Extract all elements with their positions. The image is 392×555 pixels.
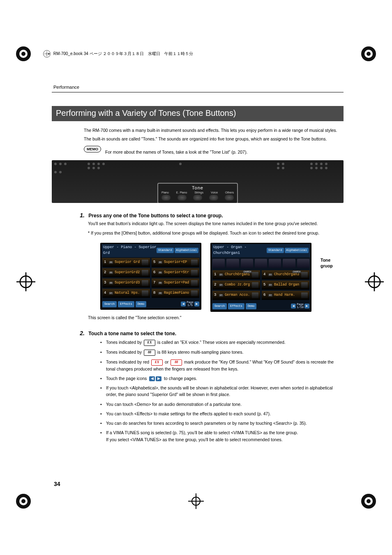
search-button[interactable]: Search [102, 301, 117, 307]
tone-button-label: Others [225, 191, 234, 194]
intro-paragraph-1: The RM-700 comes with a many built-in in… [84, 127, 344, 134]
step-heading: Touch a tone name to select the tone. [88, 331, 176, 336]
tone-item[interactable]: 788Superior+Pad [152, 279, 199, 288]
tone-category-icon[interactable] [226, 259, 239, 268]
88-badge-red-icon: 88 [171, 359, 182, 366]
tone-item[interactable]: 2EXCombo Jz.Org [212, 281, 260, 290]
tone-button[interactable] [209, 195, 218, 200]
tone-item[interactable]: 188Superior Grd [102, 258, 150, 267]
screens-caption: This screen is called the "Tone selectio… [88, 314, 344, 321]
step-number: 1. [76, 212, 85, 219]
tone-category-icon[interactable] [283, 259, 295, 268]
tone-item[interactable]: 588Superior+EP [152, 258, 199, 267]
tone-item[interactable]: 288SuperiorGrd2 [102, 268, 150, 277]
tone-group-label: Tone [161, 185, 234, 190]
crop-mark-icon [359, 44, 378, 63]
tone-item[interactable]: 5EXBallad Organ [262, 281, 309, 290]
hardware-panel-illustration: Tone Piano E. Piano Strings Voice Others [52, 160, 344, 203]
tone-item[interactable]: 688Superior+Str [152, 268, 199, 277]
page-prev-icon[interactable]: ◀ [291, 304, 296, 309]
tone-category-icon[interactable] [241, 259, 253, 268]
tone-item[interactable]: 888RagtimePiano [152, 289, 199, 298]
bullet-item: Tones indicated by EX is called an "EX v… [100, 339, 344, 346]
bullet-item: Touch the page icons ◀▶ to change pages. [100, 375, 344, 382]
sort-alphabetical-button[interactable]: Alphabetical [285, 248, 309, 253]
screen-title: Upper - Piano - Superior Grd [103, 245, 157, 256]
step-number: 2. [76, 330, 85, 336]
tone-category-icon[interactable] [297, 259, 309, 268]
tone-button[interactable] [161, 195, 171, 200]
effects-button[interactable]: Effects [118, 301, 134, 307]
tone-button-group: Tone Piano E. Piano Strings Voice Others [157, 183, 238, 203]
tone-selection-screen-organ: Upper - Organ - ChurchOrgan1 Standard Al… [210, 243, 311, 312]
tone-button-label: E. Piano [176, 191, 187, 194]
88-badge-icon: 88 [144, 350, 155, 356]
svg-point-11 [367, 499, 371, 503]
svg-point-2 [21, 52, 25, 56]
tone-item[interactable]: 6EXHand Harm. [262, 291, 309, 300]
tone-category-icon[interactable] [212, 259, 225, 268]
crop-mark-icon [14, 492, 33, 511]
bullet-item: You can do searches for tones according … [100, 420, 344, 426]
sort-standard-button[interactable]: Standard [267, 248, 284, 253]
page-next-icon[interactable]: ▶ [194, 302, 199, 306]
svg-point-5 [367, 52, 371, 56]
tone-button-label: Voice [211, 191, 218, 194]
crop-mark-icon [14, 44, 33, 63]
source-file-meta-text: RM-700_e.book 34 ページ ２００９年３月１８日 水曜日 午前１１… [53, 51, 194, 56]
page-number: 34 [54, 481, 60, 487]
tone-button[interactable] [193, 195, 202, 200]
demo-button[interactable]: Demo [136, 301, 147, 307]
tone-item[interactable]: 1EXChurchOrgan1CHURCH [212, 270, 260, 279]
page-arrows-icon: ◀▶ [149, 376, 161, 381]
tone-category-icon[interactable] [269, 259, 281, 268]
tone-item[interactable]: 3EXGerman Acco. [212, 291, 260, 300]
tone-category-icon[interactable] [255, 259, 267, 268]
tone-item[interactable]: 4EXNatural Hps. [102, 289, 150, 298]
tone-button-label: Strings [194, 191, 203, 194]
bullet-item: You can touch <Demo> for an audio demons… [100, 401, 344, 408]
page-indicator: Page 1/10 [297, 303, 304, 309]
step-text: You'll see that button's indicator light… [88, 220, 344, 227]
bullet-item: If you touch <Alphabetical>, the sounds … [100, 385, 344, 398]
ex-badge-red-icon: EX [151, 359, 163, 366]
demo-button[interactable]: Demo [246, 303, 257, 309]
crop-mark-icon [187, 492, 205, 511]
sort-standard-button[interactable]: Standard [157, 248, 174, 253]
framemaker-icon [43, 50, 51, 58]
intro-paragraph-2: The built-in sounds are called "Tones." … [84, 136, 344, 143]
tone-item[interactable]: 4EXChurchOrgan3CHURCH [262, 270, 309, 279]
tone-button[interactable] [225, 195, 234, 200]
memo-badge: MEMO [84, 146, 101, 152]
bullet-item: You can touch <Effects> to make settings… [100, 410, 344, 417]
crop-mark-icon [359, 492, 378, 511]
svg-point-8 [21, 499, 25, 503]
ex-badge-icon: EX [144, 340, 155, 346]
bullet-item: Tones indicated by red EX or 88 mark pro… [100, 359, 344, 372]
running-head: Performance [53, 85, 79, 90]
page-next-icon[interactable]: ▶ [304, 304, 309, 309]
svg-marker-24 [48, 53, 50, 55]
tone-group-callout-label: Tone gruop [321, 243, 337, 269]
tone-selection-screen-piano: Upper - Piano - Superior Grd Standard Al… [100, 243, 201, 310]
tone-button-label: Piano [161, 191, 169, 194]
tone-item[interactable]: 388SuperiorGrd3 [102, 279, 150, 288]
bullet-item: Tones indicated by 88 is 88 keys stereo … [100, 349, 344, 356]
crop-mark-icon [16, 272, 27, 283]
search-button[interactable]: Search [212, 303, 227, 309]
screen-title: Upper - Organ - ChurchOrgan1 [213, 245, 267, 256]
effects-button[interactable]: Effects [228, 303, 244, 309]
section-title: Performing with a Variety of Tones (Tone… [52, 106, 344, 121]
page-indicator: Page 1/5 [187, 301, 194, 307]
bullet-item: If a VIMA TUNES song is selected (p. 75)… [100, 429, 344, 443]
memo-text: For more about the names of Tones, take … [105, 146, 247, 156]
running-rule [52, 92, 344, 92]
tone-button[interactable] [178, 195, 187, 200]
page-prev-icon[interactable]: ◀ [181, 302, 186, 306]
crop-mark-icon [365, 272, 376, 283]
source-file-meta: RM-700_e.book 34 ページ ２００９年３月１８日 水曜日 午前１１… [43, 50, 193, 58]
step-heading: Press any one of the Tone buttons to sel… [88, 213, 223, 219]
sort-alphabetical-button[interactable]: Alphabetical [175, 248, 198, 253]
step-note: * If you press the [Others] button, addi… [88, 230, 344, 236]
